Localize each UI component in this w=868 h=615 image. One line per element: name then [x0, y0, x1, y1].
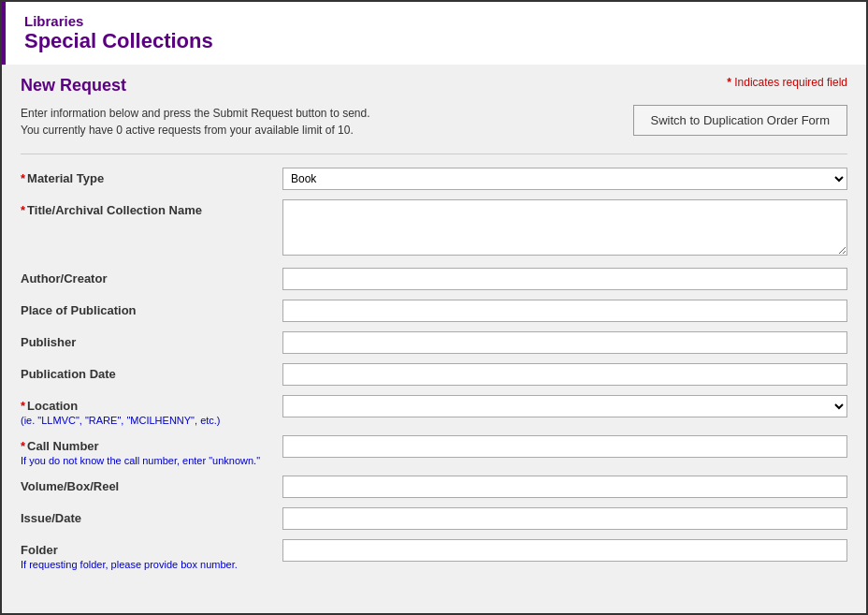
place-label: Place of Publication: [21, 303, 137, 317]
pub-date-control: [282, 363, 847, 386]
active-requests-text: You currently have 0 active requests fro…: [21, 122, 370, 139]
publisher-row: Publisher: [21, 331, 847, 354]
required-note-text: Indicates required field: [734, 76, 847, 89]
location-label-col: *Location (ie. "LLMVC", "RARE", "MCILHEN…: [21, 395, 282, 426]
header-special-collections: Special Collections: [24, 29, 851, 53]
volume-input[interactable]: [282, 476, 847, 498]
call-number-input[interactable]: [282, 435, 847, 458]
material-type-control: Book Article Manuscript Photograph Map O…: [282, 168, 847, 190]
issue-date-row: Issue/Date: [21, 507, 847, 530]
top-bar: New Request * Indicates required field: [21, 76, 847, 95]
call-number-note: If you do not know the call number, ente…: [21, 455, 273, 466]
pub-date-input[interactable]: [282, 363, 847, 386]
location-control: LLMVC RARE MCILHENNY: [282, 395, 847, 417]
issue-label-col: Issue/Date: [21, 507, 282, 525]
place-of-publication-row: Place of Publication: [21, 300, 847, 322]
publisher-label: Publisher: [21, 335, 76, 349]
header: Libraries Special Collections: [2, 2, 866, 65]
call-number-label: *Call Number: [21, 439, 99, 453]
required-asterisk: *: [727, 76, 731, 89]
info-text: Enter information below and press the Su…: [21, 105, 370, 139]
instruction-text: Enter information below and press the Su…: [21, 105, 370, 122]
volume-label: Volume/Box/Reel: [21, 479, 119, 493]
location-required-asterisk: *: [21, 399, 25, 413]
title-control: [282, 199, 847, 258]
title-label: *Title/Archival Collection Name: [21, 203, 202, 217]
folder-label: Folder: [21, 543, 58, 557]
pub-date-label-col: Publication Date: [21, 363, 282, 381]
author-control: [282, 268, 847, 290]
volume-control: [282, 476, 847, 498]
issue-label: Issue/Date: [21, 511, 81, 525]
publisher-label-col: Publisher: [21, 331, 282, 349]
switch-to-duplication-button[interactable]: Switch to Duplication Order Form: [633, 105, 847, 136]
issue-input[interactable]: [282, 507, 847, 530]
title-textarea[interactable]: [282, 199, 847, 256]
publisher-input[interactable]: [282, 331, 847, 354]
volume-row: Volume/Box/Reel: [21, 476, 847, 498]
call-number-label-col: *Call Number If you do not know the call…: [21, 435, 282, 466]
place-label-col: Place of Publication: [21, 300, 282, 317]
publisher-control: [282, 331, 847, 354]
author-label-col: Author/Creator: [21, 268, 282, 286]
location-row: *Location (ie. "LLMVC", "RARE", "MCILHEN…: [21, 395, 847, 426]
call-number-required-asterisk: *: [21, 439, 25, 453]
place-input[interactable]: [282, 300, 847, 322]
author-input[interactable]: [282, 268, 847, 290]
folder-row: Folder If requesting folder, please prov…: [21, 539, 847, 570]
title-required-asterisk: *: [21, 203, 25, 217]
material-type-label-col: *Material Type: [21, 168, 282, 185]
title-label-col: *Title/Archival Collection Name: [21, 199, 282, 217]
header-libraries: Libraries: [24, 13, 851, 29]
location-label: *Location: [21, 399, 78, 413]
issue-control: [282, 507, 847, 530]
material-type-select[interactable]: Book Article Manuscript Photograph Map O…: [282, 168, 847, 190]
volume-label-col: Volume/Box/Reel: [21, 476, 282, 493]
folder-note: If requesting folder, please provide box…: [21, 559, 273, 570]
location-sublabel: (ie. "LLMVC", "RARE", "MCILHENNY", etc.): [21, 415, 273, 426]
pub-date-label: Publication Date: [21, 367, 116, 381]
info-row: Enter information below and press the Su…: [21, 105, 847, 139]
material-type-required-asterisk: *: [21, 171, 25, 185]
material-type-label: *Material Type: [21, 171, 104, 185]
page-title: New Request: [21, 76, 126, 95]
call-number-control: [282, 435, 847, 458]
author-row: Author/Creator: [21, 268, 847, 290]
material-type-row: *Material Type Book Article Manuscript P…: [21, 168, 847, 190]
folder-label-col: Folder If requesting folder, please prov…: [21, 539, 282, 570]
required-note: * Indicates required field: [727, 76, 847, 89]
call-number-row: *Call Number If you do not know the call…: [21, 435, 847, 466]
publication-date-row: Publication Date: [21, 363, 847, 386]
content-area: New Request * Indicates required field E…: [2, 65, 866, 598]
author-label: Author/Creator: [21, 271, 107, 286]
location-select[interactable]: LLMVC RARE MCILHENNY: [282, 395, 847, 417]
folder-control: [282, 539, 847, 562]
main-window: Libraries Special Collections New Reques…: [0, 0, 868, 615]
title-row: *Title/Archival Collection Name: [21, 199, 847, 258]
folder-input[interactable]: [282, 539, 847, 562]
place-control: [282, 300, 847, 322]
divider: [21, 154, 847, 154]
